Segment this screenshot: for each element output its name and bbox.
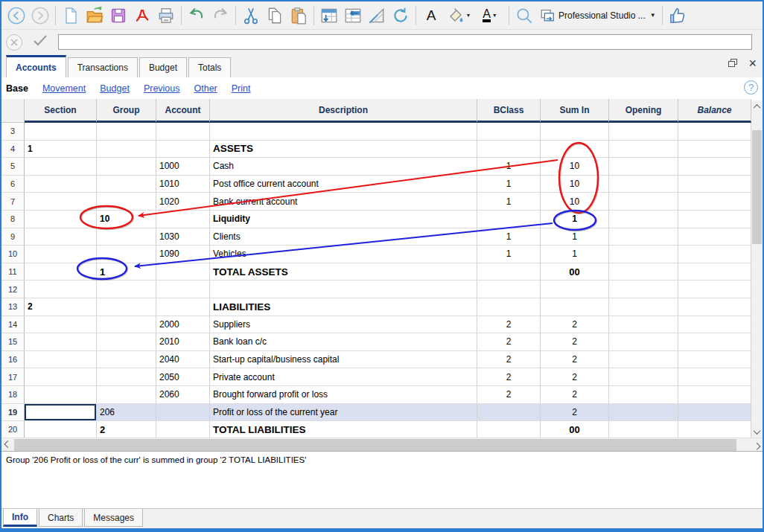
- cell-opening[interactable]: [609, 193, 678, 211]
- new-file-button[interactable]: [59, 4, 83, 27]
- cell-sum_in[interactable]: 1: [541, 211, 609, 228]
- cell-section[interactable]: [25, 386, 97, 404]
- cell-bclass[interactable]: 2: [477, 368, 541, 386]
- cell-account[interactable]: [156, 404, 210, 422]
- horizontal-scroll-thumb[interactable]: [14, 439, 736, 451]
- cell-opening[interactable]: [609, 386, 678, 404]
- cell-balance[interactable]: [678, 351, 751, 369]
- view-link-previous[interactable]: Previous: [144, 83, 180, 94]
- cell-balance[interactable]: [678, 281, 751, 298]
- cell-group[interactable]: [97, 228, 156, 246]
- cell-opening[interactable]: [609, 246, 678, 263]
- row-number[interactable]: 6: [1, 176, 25, 193]
- print-button[interactable]: [154, 4, 178, 27]
- cell-bclass[interactable]: 2: [477, 316, 541, 334]
- cell-description[interactable]: [210, 123, 477, 141]
- cell-section[interactable]: [25, 263, 97, 281]
- cell-account[interactable]: 1010: [156, 176, 210, 193]
- cell-account[interactable]: [156, 421, 210, 439]
- cell-sum_in[interactable]: [541, 141, 609, 158]
- cell-balance[interactable]: [678, 228, 751, 246]
- cell-section[interactable]: [25, 333, 97, 351]
- cell-balance[interactable]: [678, 176, 751, 193]
- bottom-tab-messages[interactable]: Messages: [84, 509, 143, 527]
- cell-description[interactable]: Clients: [210, 228, 477, 246]
- cell-section[interactable]: [25, 158, 97, 176]
- profile-selector[interactable]: Professional Studio ... ▼: [536, 6, 659, 25]
- page-setup-button[interactable]: [365, 4, 389, 27]
- cell-bclass[interactable]: 2: [477, 351, 541, 369]
- cell-description[interactable]: Liquidity: [210, 211, 477, 228]
- cell-sum_in[interactable]: 00: [541, 263, 609, 281]
- cell-sum_in[interactable]: 2: [541, 351, 609, 369]
- scroll-left-button[interactable]: [1, 438, 13, 452]
- export-pdf-button[interactable]: [130, 4, 154, 27]
- tab-totals[interactable]: Totals: [188, 57, 231, 77]
- cell-section[interactable]: [25, 211, 97, 228]
- back-button[interactable]: [4, 4, 28, 27]
- row-number[interactable]: 4: [1, 141, 25, 158]
- cell-sum_in[interactable]: 10: [541, 158, 609, 176]
- cell-group[interactable]: 1: [97, 263, 156, 281]
- cell-sum_in[interactable]: [541, 281, 609, 298]
- row-number[interactable]: 20: [1, 421, 25, 439]
- cell-section[interactable]: [25, 246, 97, 263]
- cell-group[interactable]: [97, 368, 156, 386]
- cell-account[interactable]: [156, 263, 210, 281]
- cell-section[interactable]: [25, 316, 97, 334]
- cell-group[interactable]: [97, 386, 156, 404]
- cell-section[interactable]: [25, 176, 97, 193]
- vertical-scroll-thumb[interactable]: [752, 130, 762, 244]
- row-number[interactable]: 9: [1, 228, 25, 246]
- tab-budget[interactable]: Budget: [139, 57, 187, 77]
- cell-balance[interactable]: [678, 333, 751, 351]
- bottom-tab-charts[interactable]: Charts: [39, 509, 83, 527]
- cell-balance[interactable]: [678, 193, 751, 211]
- row-number[interactable]: 14: [1, 316, 25, 334]
- cell-account[interactable]: 1030: [156, 228, 210, 246]
- cell-balance[interactable]: [678, 263, 751, 281]
- row-number[interactable]: 3: [1, 123, 25, 141]
- cell-description[interactable]: Post office current account: [210, 176, 477, 193]
- cell-sum_in[interactable]: 2: [541, 333, 609, 351]
- cell-balance[interactable]: [678, 298, 751, 316]
- cell-group[interactable]: [97, 316, 156, 334]
- cell-bclass[interactable]: [477, 141, 541, 158]
- cell-opening[interactable]: [609, 404, 678, 422]
- cell-group[interactable]: 10: [97, 211, 156, 228]
- paste-button[interactable]: [287, 4, 311, 27]
- view-link-print[interactable]: Print: [232, 83, 251, 94]
- cell-bclass[interactable]: 1: [477, 228, 541, 246]
- row-number[interactable]: 10: [1, 246, 25, 263]
- corner-header-cell[interactable]: [1, 99, 25, 123]
- view-link-budget[interactable]: Budget: [100, 83, 130, 94]
- cell-group[interactable]: [97, 176, 156, 193]
- cell-bclass[interactable]: [477, 211, 541, 228]
- cell-section[interactable]: [25, 351, 97, 369]
- row-number[interactable]: 18: [1, 386, 25, 404]
- help-button[interactable]: ?: [744, 80, 758, 94]
- cell-opening[interactable]: [609, 298, 678, 316]
- cell-description[interactable]: Suppliers: [210, 316, 477, 334]
- cell-section[interactable]: [25, 193, 97, 211]
- cell-balance[interactable]: [678, 141, 751, 158]
- cell-group[interactable]: [97, 333, 156, 351]
- scroll-down-button[interactable]: [751, 426, 763, 438]
- cell-opening[interactable]: [609, 158, 678, 176]
- cell-group[interactable]: [97, 281, 156, 298]
- confirm-edit-button[interactable]: [33, 34, 48, 50]
- cell-account[interactable]: 2050: [156, 368, 210, 386]
- cell-group[interactable]: [97, 298, 156, 316]
- view-link-movement[interactable]: Movement: [42, 83, 86, 94]
- open-file-button[interactable]: [83, 4, 106, 27]
- cell-balance[interactable]: [678, 246, 751, 263]
- row-number[interactable]: 13: [1, 298, 25, 316]
- cell-bclass[interactable]: 1: [477, 246, 541, 263]
- cell-bclass[interactable]: 2: [477, 333, 541, 351]
- cell-opening[interactable]: [609, 263, 678, 281]
- insert-columns-button[interactable]: [341, 4, 365, 27]
- column-header-group[interactable]: Group: [97, 99, 156, 123]
- redo-button[interactable]: [208, 4, 232, 27]
- cell-group[interactable]: [97, 351, 156, 369]
- view-base[interactable]: Base: [6, 83, 28, 94]
